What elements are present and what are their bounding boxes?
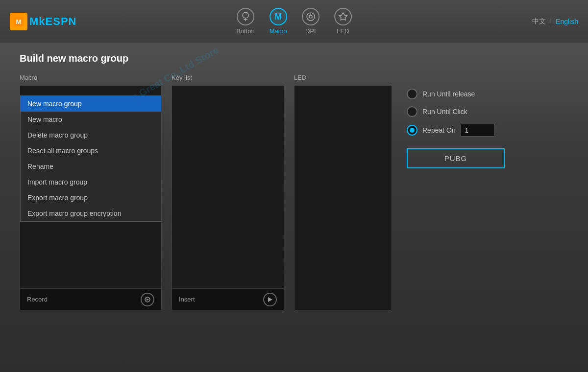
svg-marker-10 [268,297,272,302]
keylist-label: Key list [172,74,284,81]
keylist-panel: Insert [172,85,284,310]
macro-tab-icon: M [270,8,287,25]
macro-panel: New macro group New macro Delete macro g… [20,85,162,310]
context-menu-item-new-macro[interactable]: New macro [21,112,162,127]
tab-macro[interactable]: M Macro [270,8,287,35]
repeat-on-option[interactable]: Repeat On [407,124,505,137]
tab-button-label: Button [236,27,255,35]
context-menu: New macro group New macro Delete macro g… [20,95,162,222]
repeat-on-input[interactable] [461,124,495,137]
context-menu-item-reset-all-macro-groups[interactable]: Reset all macro groups [21,143,162,159]
context-menu-item-new-macro-group[interactable]: New macro group [21,96,162,112]
logo: M MkESPN [10,13,76,30]
insert-label: Insert [179,296,195,303]
main-content: Build new macro group Macro New macro gr… [0,43,588,320]
tab-macro-label: Macro [270,27,287,35]
macro-section: Macro New macro group New macro Delete m… [20,74,162,310]
led-label: LED [294,74,392,81]
tab-led[interactable]: LED [334,8,352,35]
repeat-on-radio-dot [410,128,415,133]
repeat-on-radio[interactable] [407,125,417,136]
record-button[interactable] [141,293,154,306]
svg-marker-9 [147,298,149,301]
context-menu-item-import-macro-group[interactable]: Import macro group [21,174,162,190]
tab-dpi-label: DPI [305,27,316,35]
panels-container: Macro New macro group New macro Delete m… [20,74,568,310]
header: M MkESPN Button M Macro [0,0,588,43]
run-until-release-option[interactable]: Run Until release [407,89,505,99]
led-tab-icon [334,8,352,25]
context-menu-item-rename[interactable]: Rename [21,159,162,174]
tab-led-label: LED [337,27,349,35]
logo-icon: M [10,13,27,30]
nav-tabs: Button M Macro DPI [236,8,352,35]
lang-sep: | [550,18,552,25]
dpi-tab-icon [302,8,319,25]
run-until-release-label: Run Until release [422,90,475,98]
insert-button[interactable] [263,293,277,306]
lang-en[interactable]: English [556,18,578,25]
pubg-button[interactable]: PUBG [407,148,505,168]
svg-point-2 [243,12,248,18]
keylist-section: Key list Insert [172,74,284,310]
macro-label: Macro [20,74,162,81]
context-menu-item-export-macro-group[interactable]: Export macro group [21,190,162,206]
repeat-on-label: Repeat On [422,126,456,134]
run-until-click-radio[interactable] [407,106,417,117]
run-until-click-label: Run Until Click [422,108,467,116]
page-title: Build new macro group [20,53,568,64]
svg-point-6 [309,15,312,18]
context-menu-item-export-macro-group-encryption[interactable]: Export macro group encryption [21,206,162,221]
led-panel [294,85,392,310]
macro-panel-bottom: Record [20,288,161,310]
run-until-click-option[interactable]: Run Until Click [407,106,505,117]
svg-text:M: M [16,18,22,25]
lang-cn[interactable]: 中文 [532,17,546,26]
run-until-release-radio[interactable] [407,89,417,99]
right-controls: Run Until release Run Until Click Repeat… [407,74,505,168]
led-section: LED [294,74,392,310]
context-menu-item-delete-macro-group[interactable]: Delete macro group [21,127,162,143]
logo-text: MkESPN [29,15,76,28]
tab-button[interactable]: Button [236,8,255,35]
button-tab-icon [237,8,254,25]
record-label: Record [27,296,48,303]
tab-dpi[interactable]: DPI [302,8,319,35]
keylist-panel-bottom: Insert [172,288,284,310]
lang-switcher: 中文 | English [532,17,578,26]
